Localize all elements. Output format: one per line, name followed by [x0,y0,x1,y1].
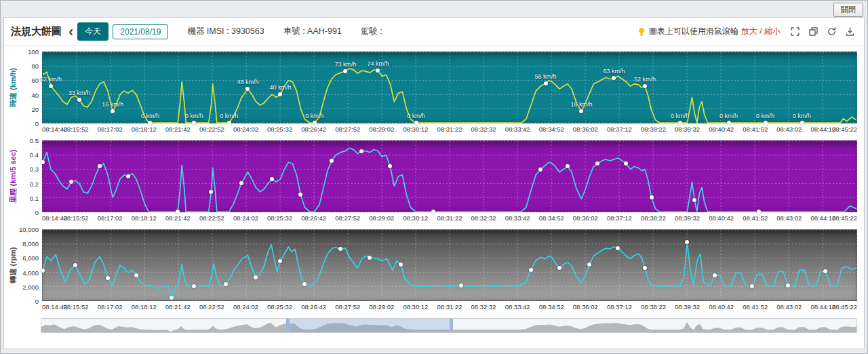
x-tick-label: 08:39:32 [675,214,700,222]
data-point-marker [170,296,174,300]
data-point-marker [73,263,77,267]
distance-chart: 里程 (km/5 sec) 0.50.40.30.20.10 08:14:420… [5,140,857,224]
data-point-label: 73 km/h [334,61,356,68]
x-tick-label: 08:27:52 [335,125,360,133]
x-tick-label: 08:26:42 [301,303,326,311]
y-tick-label: 0.1 [30,194,39,201]
x-tick-label: 08:43:02 [776,214,802,222]
data-point-marker [49,84,53,88]
x-tick-label: 08:43:02 [776,303,802,311]
data-point-marker [77,98,81,102]
x-tick-label: 08:22:52 [199,303,224,311]
data-point-label: 52 km/h [634,76,656,83]
distance-plot[interactable] [42,140,857,212]
data-point-label: 33 km/h [68,90,90,96]
x-tick-label: 08:40:42 [709,214,734,222]
x-tick-label: 08:41:52 [743,125,768,133]
today-button[interactable]: 今天 [77,22,108,41]
x-tick-label: 08:32:32 [471,214,496,222]
navigator-handle-left[interactable] [286,319,290,332]
data-point-marker [313,121,317,125]
x-tick-label: 08:39:32 [675,125,700,133]
data-point-marker [227,121,231,125]
rpm-axis-title: 轉速 (rpm) [8,247,18,283]
data-point-marker [757,210,761,214]
y-tick-label: 0 [35,298,39,305]
rpm-chart: 轉速 (rpm) 10,0008,0006,0004,0002,0000 08:… [5,229,857,313]
data-point-marker [176,210,180,214]
download-icon[interactable] [844,26,856,38]
x-tick-label: 08:30:12 [403,214,428,222]
zoom-hint-zoom-text: 放大 / 縮小 [741,26,781,37]
x-tick-label: 08:32:32 [471,303,496,311]
y-tick-label: 8,000 [22,240,39,248]
y-tick-label: 0.4 [30,151,39,159]
x-tick-label: 08:36:02 [573,214,598,222]
data-point-marker [192,121,196,125]
x-tick-label: 08:21:42 [165,214,191,222]
data-point-marker [544,81,548,85]
close-button[interactable]: 關閉 [833,3,863,16]
x-tick-label: 08:40:42 [709,125,734,133]
x-tick-label: 08:24:02 [233,214,258,222]
window-restore-icon[interactable] [807,26,819,38]
x-tick-label: 08:22:52 [199,214,224,222]
data-point-label: 74 km/h [367,60,389,67]
data-point-marker [678,121,682,125]
data-point-label: 0 km/h [185,113,203,119]
x-tick-label: 08:25:32 [267,214,292,222]
data-point-marker [368,256,372,260]
data-point-label: 16 km/h [102,101,123,108]
data-point-marker [459,283,463,288]
bulb-icon [637,27,646,37]
data-point-label: 0 km/h [141,113,159,119]
x-tick-label: 08:17:02 [98,125,123,133]
main-window: 法規大餅圖 ‹ 今天 2021/08/19 機器 IMSI : 3930563 … [3,17,865,349]
y-tick-label: 0.2 [30,180,39,187]
y-tick-label: 0.5 [30,137,39,144]
speed-plot[interactable]: 52 km/h33 km/h16 km/h0 km/h0 km/h0 km/h4… [42,52,857,123]
data-point-marker [727,121,731,125]
data-point-marker [643,84,647,88]
x-tick-label: 08:37:12 [607,214,632,222]
refresh-icon[interactable] [825,26,837,38]
chart-toolbar [789,26,856,38]
navigator-selection[interactable] [286,319,453,332]
x-tick-label: 08:38:22 [641,125,666,133]
rpm-plot[interactable] [42,229,857,301]
distance-axis-title: 里程 (km/5 sec) [8,150,18,203]
y-tick-label: 0 [35,120,39,127]
data-point-marker [764,121,768,125]
x-tick-label: 08:17:02 [98,214,123,222]
x-tick-label: 08:38:22 [641,303,666,311]
x-tick-label: 08:37:12 [607,303,632,311]
data-point-marker [148,121,152,125]
back-chevron-icon[interactable]: ‹ [68,24,73,39]
y-tick-label: 100 [28,48,39,56]
charts-area: 時速 (km/h) 100806040200 52 km/h33 km/h16 … [4,46,864,313]
x-tick-label: 08:34:52 [539,125,564,133]
navigator[interactable] [41,318,857,333]
imsi-label: 機器 IMSI : 3930563 [187,26,264,37]
speed-axis-title: 時速 (km/h) [8,68,18,107]
x-tick-label: 08:33:42 [505,125,530,133]
fit-screen-icon[interactable] [789,26,801,38]
navigator-handle-right[interactable] [450,319,453,332]
x-tick-label: 08:43:02 [776,125,802,133]
data-point-marker [106,276,110,280]
y-tick-label: 0 [35,209,39,216]
y-tick-label: 10,000 [19,226,39,233]
data-point-marker [431,210,435,214]
x-tick-label: 08:26:42 [301,125,326,133]
date-button[interactable]: 2021/08/19 [113,24,168,39]
x-tick-label: 08:27:52 [335,214,360,222]
data-point-marker [650,195,654,199]
x-tick-label: 08:26:42 [301,214,326,222]
x-tick-label: 08:45:22 [832,125,857,133]
x-tick-label: 08:18:12 [132,214,157,222]
x-tick-label: 08:45:22 [832,303,857,311]
x-tick-label: 08:31:22 [437,303,462,311]
x-tick-label: 08:36:02 [573,303,598,311]
x-tick-label: 08:33:42 [505,303,530,311]
x-tick-label: 08:31:22 [437,125,462,133]
